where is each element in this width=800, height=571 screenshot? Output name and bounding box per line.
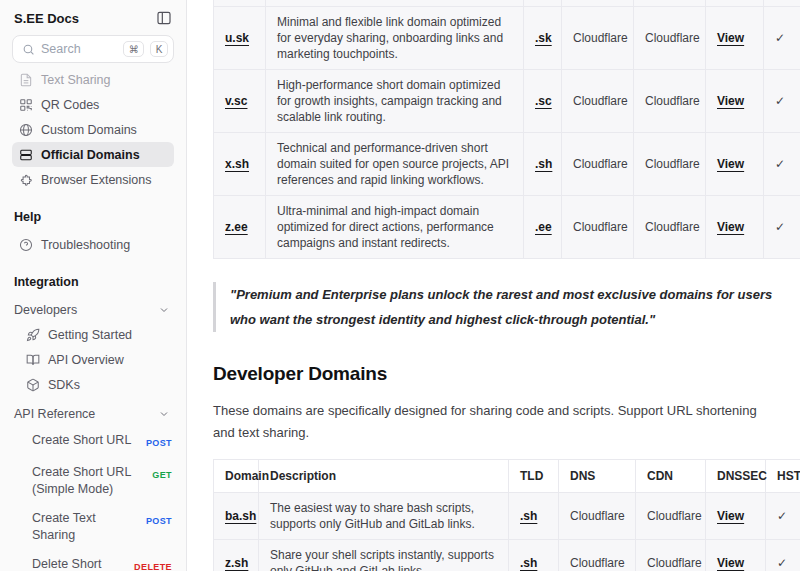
column-header: TLD: [509, 460, 559, 493]
developer-domains-table: Domain Description TLD DNS CDN DNSSEC HS…: [213, 459, 800, 571]
app-window: S.EE Docs ⌘ K Text Sharing: [0, 0, 800, 571]
table-row: z.sh Share your shell scripts instantly,…: [214, 540, 800, 571]
column-header: HSTS: [766, 460, 800, 493]
domain-link[interactable]: ba.sh: [225, 509, 256, 523]
sidebar-item-label: Create Short URL (Simple Mode): [32, 464, 146, 498]
dns-value: Cloudflare: [562, 7, 634, 70]
globe-icon: [19, 123, 33, 137]
hsts-check: ✓: [766, 540, 800, 571]
hsts-check: ✓: [764, 70, 800, 133]
rocket-icon: [26, 328, 40, 342]
domain-link[interactable]: x.sh: [225, 157, 249, 171]
dnssec-view-link[interactable]: View: [717, 157, 744, 171]
domain-link[interactable]: v.sc: [225, 94, 247, 108]
sidebar-item-text-sharing[interactable]: Text Sharing: [12, 67, 174, 92]
sidebar-item-label: Delete Short URL: [32, 556, 128, 571]
method-badge: POST: [146, 435, 172, 452]
sidebar-toggle-button[interactable]: [156, 10, 172, 26]
sidebar-item-custom-domains[interactable]: Custom Domains: [12, 117, 174, 142]
sidebar-item-label: Create Text Sharing: [32, 510, 140, 544]
sidebar-item-label: Create Short URL: [32, 432, 140, 449]
sidebar-item-create-short-url[interactable]: Create Short URL POST: [22, 426, 174, 458]
file-text-icon: [19, 73, 33, 87]
dnssec-view-link[interactable]: View: [717, 94, 744, 108]
domain-description: The easiest way to share bash scripts, s…: [259, 493, 509, 540]
hsts-check: ✓: [764, 7, 800, 70]
dns-value: Cloudflare: [559, 540, 636, 571]
group-api-reference[interactable]: API Reference: [12, 401, 174, 426]
table-row: ba.sh The easiest way to share bash scri…: [214, 493, 800, 540]
dnssec-view-link[interactable]: View: [717, 220, 744, 234]
group-label-text: Developers: [14, 303, 77, 317]
table-row: u.sk Minimal and flexible link domain op…: [214, 7, 800, 70]
qr-code-icon: [19, 98, 33, 112]
server-rows-icon: [19, 148, 33, 162]
dns-value: Cloudflare: [559, 493, 636, 540]
domain-link[interactable]: u.sk: [225, 31, 249, 45]
sidebar: S.EE Docs ⌘ K Text Sharing: [0, 0, 187, 571]
sidebar-item-create-short-url-simple[interactable]: Create Short URL (Simple Mode) GET: [22, 458, 174, 504]
domain-description: Technical and performance-driven short d…: [266, 133, 524, 196]
k-key: K: [150, 41, 168, 57]
tld-link[interactable]: .sh: [535, 157, 552, 171]
sidebar-item-troubleshooting[interactable]: Troubleshooting: [12, 232, 174, 257]
sidebar-item-label: QR Codes: [41, 98, 99, 112]
sidebar-item-sdks[interactable]: SDKs: [22, 372, 174, 397]
main-content: u.sk Minimal and flexible link domain op…: [187, 0, 800, 571]
sidebar-item-delete-short-url[interactable]: Delete Short URL DELETE: [22, 550, 174, 571]
puzzle-icon: [19, 173, 33, 187]
cdn-value: Cloudflare: [634, 133, 706, 196]
cdn-value: Cloudflare: [636, 493, 706, 540]
cmd-key: ⌘: [123, 41, 144, 57]
section-heading-integration: Integration: [14, 275, 172, 289]
hsts-check: ✓: [766, 493, 800, 540]
table-row: x.sh Technical and performance-driven sh…: [214, 133, 800, 196]
domain-link[interactable]: z.ee: [225, 220, 248, 234]
group-developers[interactable]: Developers: [12, 297, 174, 322]
column-header: Domain: [214, 460, 259, 493]
tld-link[interactable]: .sc: [535, 94, 552, 108]
official-domains-table: u.sk Minimal and flexible link domain op…: [213, 0, 800, 259]
cdn-value: Cloudflare: [634, 196, 706, 259]
tld-link[interactable]: .ee: [535, 220, 552, 234]
sidebar-item-create-text-sharing[interactable]: Create Text Sharing POST: [22, 504, 174, 550]
sidebar-item-label: Troubleshooting: [41, 238, 130, 252]
sidebar-item-label: SDKs: [48, 378, 80, 392]
chevron-down-icon: [158, 304, 170, 316]
dnssec-view-link[interactable]: View: [717, 556, 744, 570]
search-input[interactable]: [41, 42, 117, 56]
sidebar-item-label: Text Sharing: [41, 73, 110, 87]
method-badge: DELETE: [134, 559, 172, 571]
sidebar-item-api-overview[interactable]: API Overview: [22, 347, 174, 372]
table-row: z.ee Ultra-minimal and high-impact domai…: [214, 196, 800, 259]
section-heading-help: Help: [14, 210, 172, 224]
group-label-text: API Reference: [14, 407, 95, 421]
cdn-value: Cloudflare: [634, 7, 706, 70]
sidebar-item-official-domains[interactable]: Official Domains: [12, 142, 174, 167]
sidebar-item-browser-extensions[interactable]: Browser Extensions: [12, 167, 174, 192]
method-badge: GET: [152, 467, 172, 484]
domain-link[interactable]: z.sh: [225, 556, 248, 570]
help-circle-icon: [19, 238, 33, 252]
dnssec-view-link[interactable]: View: [717, 31, 744, 45]
tld-link[interactable]: .sh: [520, 509, 537, 523]
cdn-value: Cloudflare: [636, 540, 706, 571]
app-title: S.EE Docs: [14, 11, 79, 26]
table-row: v.sc High-performance short domain optim…: [214, 70, 800, 133]
dnssec-view-link[interactable]: View: [717, 509, 744, 523]
domain-description: Ultra-minimal and high-impact domain opt…: [266, 196, 524, 259]
tld-link[interactable]: .sk: [535, 31, 552, 45]
column-header: DNS: [559, 460, 636, 493]
search-box[interactable]: ⌘ K: [12, 35, 174, 63]
table-header-row: Domain Description TLD DNS CDN DNSSEC HS…: [214, 460, 800, 493]
domain-description: Minimal and flexible link domain optimiz…: [266, 7, 524, 70]
dns-value: Cloudflare: [562, 70, 634, 133]
sidebar-item-qr-codes[interactable]: QR Codes: [12, 92, 174, 117]
method-badge: POST: [146, 513, 172, 530]
developer-domains-intro: These domains are specifically designed …: [213, 400, 781, 444]
tld-link[interactable]: .sh: [520, 556, 537, 570]
sidebar-item-getting-started[interactable]: Getting Started: [22, 322, 174, 347]
column-header: Description: [259, 460, 509, 493]
sidebar-item-label: Custom Domains: [41, 123, 137, 137]
sidebar-item-label: Official Domains: [41, 148, 140, 162]
